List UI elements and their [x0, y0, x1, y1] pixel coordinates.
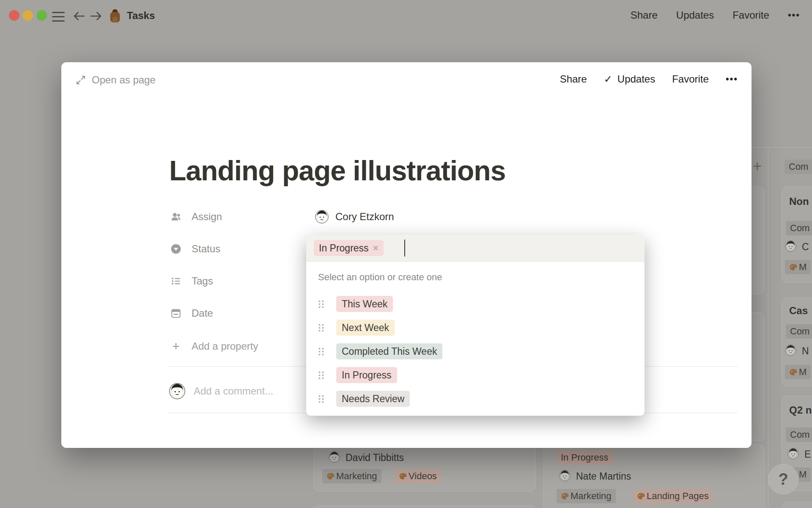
topbar-more-icon[interactable]: ••• — [788, 10, 800, 21]
selected-status-tag[interactable]: In Progress × — [314, 240, 384, 256]
drag-handle-icon[interactable] — [318, 395, 324, 403]
assignee-name: E — [804, 449, 811, 460]
dropdown-hint: Select an option or create one — [318, 272, 442, 283]
traffic-light-close[interactable] — [9, 10, 19, 21]
modal-updates-button[interactable]: Updates — [617, 73, 655, 85]
board-column-header: Com — [785, 160, 812, 174]
status-tag-input[interactable]: In Progress × — [306, 235, 645, 262]
workspace-page-title: Tasks — [127, 10, 155, 22]
drag-handle-icon[interactable] — [318, 347, 324, 356]
project-tag: Marketing — [557, 489, 616, 503]
topbar-share-button[interactable]: Share — [631, 9, 658, 21]
assignee-name: N — [802, 345, 809, 357]
property-row-status[interactable]: Status — [170, 238, 220, 260]
project-tag: Landing Pages — [633, 489, 713, 503]
palette-icon — [561, 492, 569, 500]
property-row-date[interactable]: Date — [170, 303, 213, 324]
breadcrumb[interactable]: Tasks — [108, 8, 155, 24]
project-tag: M — [785, 365, 811, 379]
assignee-value[interactable]: Cory Etzkorn — [315, 210, 394, 224]
avatar — [315, 210, 329, 224]
avatar — [787, 448, 799, 459]
status-disclosure-icon — [170, 243, 181, 254]
status-option-next-week[interactable]: Next Week — [306, 316, 645, 340]
drag-handle-icon[interactable] — [318, 371, 324, 380]
board-column-divider — [768, 147, 768, 508]
status-tag: Com — [786, 428, 812, 442]
traffic-light-minimize[interactable] — [22, 10, 33, 21]
assignee-name: Cory Etzkorn — [335, 211, 394, 223]
assignee-name: Nate Martins — [576, 471, 631, 482]
status-option-this-week[interactable]: This Week — [306, 292, 645, 316]
sidebar-menu-icon[interactable] — [52, 12, 65, 22]
traffic-light-zoom[interactable] — [36, 10, 47, 21]
board-card — [782, 502, 812, 508]
palette-icon — [789, 368, 798, 376]
avatar — [169, 383, 185, 399]
palette-icon — [637, 492, 645, 500]
plus-icon: + — [170, 341, 181, 352]
assign-person-icon — [170, 211, 181, 222]
page-title: Landing page illustrations — [169, 155, 505, 187]
notion-window: { "colors": { "overlay_background": "#a4… — [0, 0, 812, 508]
check-icon: ✓ — [604, 73, 612, 85]
assignee-name: David Tibbitts — [346, 452, 404, 464]
project-tag: Marketing — [322, 469, 381, 483]
status-select-dropdown: In Progress × Select an option or create… — [306, 235, 645, 416]
property-row-tags[interactable]: Tags — [170, 271, 213, 292]
list-tags-icon — [170, 276, 181, 287]
board-toolbar-divider — [752, 147, 812, 148]
question-mark-icon: ? — [778, 470, 788, 489]
palette-icon — [326, 472, 335, 480]
titlebar: Tasks Share Updates Favorite ••• — [0, 0, 812, 32]
avatar — [559, 470, 571, 481]
add-property-button[interactable]: + Add a property — [170, 336, 258, 357]
back-arrow-icon[interactable] — [73, 11, 85, 21]
property-row-assign[interactable]: Assign — [170, 206, 222, 227]
modal-share-button[interactable]: Share — [560, 73, 587, 85]
status-tag: Com — [786, 221, 812, 235]
avatar — [785, 240, 796, 252]
topbar-favorite-button[interactable]: Favorite — [732, 9, 769, 21]
status-option-completed-this-week[interactable]: Completed This Week — [306, 340, 645, 363]
titlebar-actions: Share Updates Favorite ••• — [631, 9, 800, 21]
add-comment-input[interactable]: Add a comment... — [194, 385, 273, 397]
status-tag: In Progress — [557, 450, 613, 465]
card-title: Cas — [789, 305, 808, 317]
avatar — [329, 451, 340, 463]
assignee-name: C — [802, 241, 809, 253]
palette-icon — [399, 472, 407, 480]
backpack-icon — [108, 8, 122, 24]
add-comment-row[interactable]: Add a comment... — [169, 383, 273, 399]
add-column-icon: + — [753, 157, 762, 175]
drag-handle-icon[interactable] — [318, 300, 324, 309]
avatar — [785, 345, 796, 356]
remove-tag-icon[interactable]: × — [373, 243, 379, 254]
project-tag: M — [785, 260, 811, 274]
open-as-page-button[interactable]: Open as page — [76, 74, 156, 86]
drag-handle-icon[interactable] — [318, 323, 324, 332]
forward-arrow-icon[interactable] — [90, 11, 102, 21]
project-tag: Videos — [395, 469, 441, 483]
modal-favorite-button[interactable]: Favorite — [672, 73, 709, 85]
board-card — [313, 505, 536, 508]
palette-icon — [789, 263, 798, 271]
text-cursor — [404, 240, 405, 257]
expand-diagonal-icon — [76, 75, 86, 85]
help-button[interactable]: ? — [768, 464, 798, 494]
status-option-in-progress[interactable]: In Progress — [306, 363, 645, 387]
card-title: Non — [789, 196, 809, 207]
card-title: Q2 n — [789, 404, 812, 416]
status-option-needs-review[interactable]: Needs Review — [306, 387, 645, 411]
topbar-updates-button[interactable]: Updates — [676, 9, 714, 21]
status-tag: Com — [786, 324, 812, 339]
modal-actions: Share ✓ Updates Favorite ••• — [560, 73, 738, 85]
calendar-icon — [170, 308, 181, 319]
modal-more-icon[interactable]: ••• — [726, 74, 738, 85]
